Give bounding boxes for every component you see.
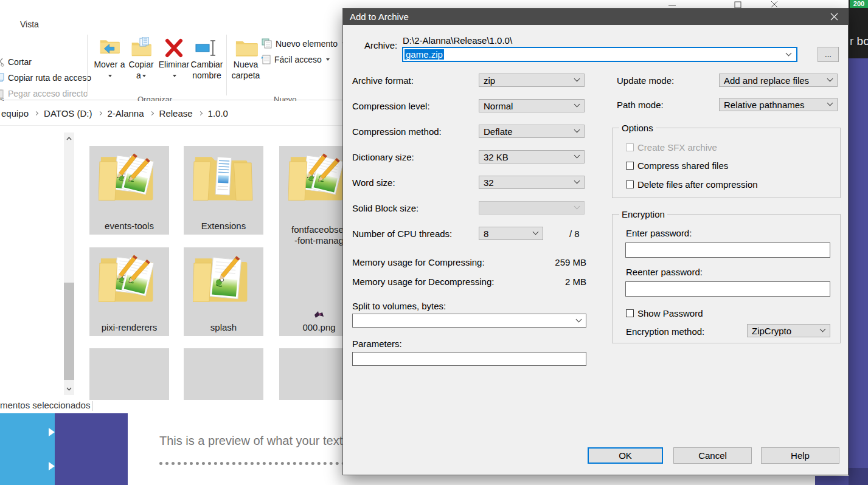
explorer-window: Vista Cortar Copiar ruta de acceso Pegar… — [0, 8, 343, 413]
path-mode-select[interactable]: Relative pathnames — [719, 98, 838, 111]
chevron-down-icon — [827, 100, 833, 106]
dictionary-size-select[interactable]: 32 KB — [479, 150, 585, 163]
explorer-titlebar — [0, 0, 849, 8]
scroll-down-icon[interactable] — [66, 387, 71, 391]
move-to-button[interactable]: Mover a — [94, 37, 125, 81]
tab-vista[interactable]: Vista — [20, 19, 39, 29]
word-size-select[interactable]: 32 — [479, 176, 585, 189]
encryption-method-select[interactable]: ZipCrypto — [747, 324, 830, 337]
file-tile-empty[interactable] — [89, 348, 169, 400]
file-tile-pixi-renderers[interactable]: pixi-renderers — [89, 247, 169, 336]
chevron-right-icon — [34, 111, 38, 115]
enter-password-input[interactable] — [625, 243, 830, 258]
chevron-down-icon — [574, 153, 580, 159]
parameters-input[interactable] — [352, 352, 586, 366]
chevron-down-icon — [827, 76, 833, 82]
ribbon: Cortar Copiar ruta de acceso Pegar acces… — [0, 32, 343, 100]
file-tile-fontfaceobserver[interactable]: fontfaceobser -font-manag — [279, 146, 343, 249]
purple-panel — [55, 413, 128, 485]
scrollbar-thumb[interactable] — [64, 283, 74, 380]
breadcrumb: equipo DATOS (D:) 2-Alanna Release 1.0.0 — [0, 101, 343, 126]
cancel-button[interactable]: Cancel — [673, 447, 752, 464]
chevron-down-icon — [574, 101, 580, 108]
close-icon[interactable] — [765, 0, 783, 8]
file-tile-000png[interactable]: 000.png — [279, 247, 343, 336]
breadcrumb-item[interactable]: 2-Alanna — [108, 108, 144, 119]
dictionary-size-label: Dictionary size: — [352, 152, 414, 162]
vertical-scrollbar[interactable] — [64, 132, 74, 395]
archive-name-combobox[interactable]: game.zip — [402, 47, 797, 62]
archive-format-select[interactable]: zip — [479, 74, 585, 87]
badge: 200 — [850, 0, 868, 8]
maximize-icon[interactable] — [729, 0, 747, 8]
corner-purple — [815, 476, 849, 485]
chevron-down-icon — [574, 76, 580, 82]
chevron-right-icon — [198, 111, 203, 115]
easy-access-button[interactable]: Fácil acceso — [260, 54, 330, 64]
file-tile-events-tools[interactable]: events-tools — [89, 146, 169, 235]
dialog-titlebar[interactable]: Add to Archive — [343, 9, 848, 25]
expand-arrow-icon[interactable] — [49, 462, 55, 470]
file-tile-empty[interactable] — [279, 348, 343, 400]
breadcrumb-item[interactable]: 1.0.0 — [208, 108, 228, 119]
right-dark-strip — [849, 468, 868, 485]
compression-method-select[interactable]: Deflate — [479, 125, 585, 138]
rename-icon — [195, 37, 219, 59]
new-folder-button[interactable]: Nueva carpeta — [230, 37, 262, 81]
move-to-icon — [99, 37, 120, 59]
ok-button[interactable]: OK — [588, 447, 663, 464]
chevron-down-icon — [574, 204, 580, 210]
chevron-down-icon — [574, 178, 580, 184]
dotted-line — [159, 462, 345, 465]
ribbon-pegar-acceso: Pegar acceso directo — [0, 89, 88, 98]
breadcrumb-item[interactable]: DATOS (D:) — [44, 108, 92, 119]
delete-button[interactable]: Eliminar — [158, 37, 190, 81]
memory-compressing-value: 259 MB — [526, 257, 586, 267]
ribbon-copiar-ruta[interactable]: Copiar ruta de acceso — [0, 73, 91, 83]
minimize-icon[interactable] — [663, 0, 681, 8]
delete-after-checkbox[interactable]: Delete files after compression — [626, 179, 758, 190]
expand-arrow-icon[interactable] — [49, 428, 55, 436]
cpu-threads-max: / 8 — [569, 229, 580, 239]
breadcrumb-item[interactable]: equipo — [1, 108, 29, 119]
reenter-password-input[interactable] — [625, 281, 830, 297]
path-mode-label: Path mode: — [617, 100, 664, 110]
cpu-threads-select[interactable]: 8 — [479, 227, 543, 240]
show-password-checkbox[interactable]: Show Password — [626, 308, 703, 318]
scroll-up-icon[interactable] — [66, 136, 71, 141]
compression-level-select[interactable]: Normal — [479, 99, 585, 112]
breadcrumb-item[interactable]: Release — [159, 108, 193, 119]
checkbox-icon — [626, 181, 634, 188]
right-fragment-text: r bo — [850, 35, 868, 48]
compress-shared-checkbox[interactable]: Compress shared files — [626, 160, 728, 171]
split-volumes-combobox[interactable] — [352, 314, 586, 328]
ribbon-cortar[interactable]: Cortar — [0, 57, 32, 67]
options-legend: Options — [619, 123, 656, 133]
status-text: mentos seleccionados — [0, 400, 90, 410]
copy-to-button[interactable]: Copiar a — [125, 37, 157, 81]
dropdown-caret-icon — [142, 75, 146, 77]
new-item-icon — [262, 38, 273, 49]
help-button[interactable]: Help — [761, 447, 839, 464]
copy-to-icon — [131, 37, 151, 59]
archive-format-label: Archive format: — [352, 75, 414, 86]
file-tile-splash[interactable]: splash — [184, 247, 263, 336]
compression-method-label: Compression method: — [352, 126, 442, 137]
file-list: events-tools Extensions fontfaceobser -f… — [0, 126, 343, 400]
rename-button[interactable]: Cambiar nombre — [190, 37, 224, 81]
chevron-down-icon — [574, 127, 580, 133]
browse-button[interactable]: ... — [818, 47, 839, 62]
chevron-right-icon — [97, 111, 102, 115]
file-tile-empty[interactable] — [184, 348, 263, 400]
chevron-down-icon — [820, 326, 826, 332]
file-tile-extensions[interactable]: Extensions — [184, 146, 263, 235]
delete-icon — [164, 37, 184, 59]
update-mode-select[interactable]: Add and replace files — [719, 74, 838, 87]
dialog-close-icon[interactable] — [827, 10, 842, 24]
create-sfx-checkbox: Create SFX archive — [626, 142, 717, 153]
teal-panel — [0, 413, 55, 485]
status-separator — [92, 401, 93, 411]
new-item-button[interactable]: Nuevo elemento — [262, 38, 343, 49]
encryption-legend: Encryption — [619, 209, 667, 219]
chevron-right-icon — [150, 111, 154, 115]
